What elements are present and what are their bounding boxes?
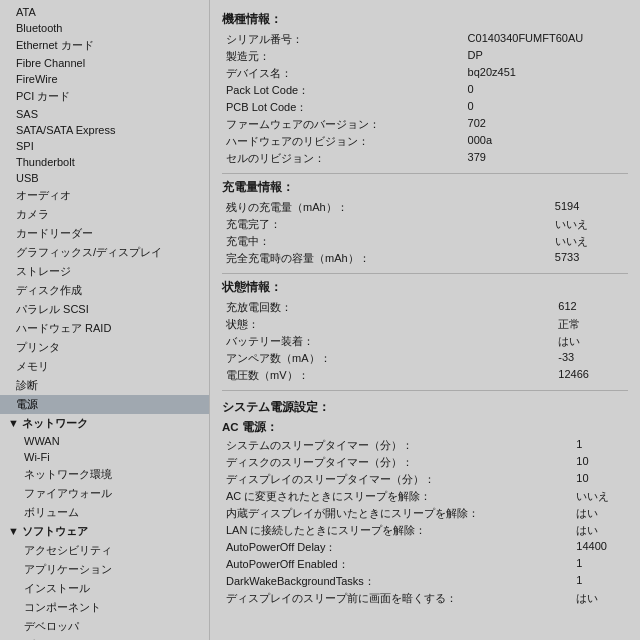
info-label: Pack Lot Code： [222,82,460,99]
table-row: バッテリー装着：はい [222,333,628,350]
sidebar-item[interactable]: SAS [0,106,209,122]
info-value: はい [568,522,628,539]
info-value: 10 [568,454,628,471]
info-label: ディスプレイのスリープ前に画面を暗くする： [222,590,568,607]
sidebar-item[interactable]: 電源 [0,395,209,414]
app-container: ATABluetoothEthernet カードFibre ChannelFir… [0,0,640,640]
info-value: 000a [460,133,628,150]
table-row: AutoPowerOff Delay：14400 [222,539,628,556]
info-value: いいえ [547,233,628,250]
info-value: 379 [460,150,628,167]
sidebar-item[interactable]: コンポーネント [0,598,209,617]
sidebar-item[interactable]: SPI [0,138,209,154]
info-label: ディスクのスリープタイマー（分）： [222,454,568,471]
info-label: 電圧数（mV）： [222,367,550,384]
info-value: はい [550,333,628,350]
sidebar-item[interactable]: Ethernet カード [0,36,209,55]
info-value: いいえ [547,216,628,233]
sidebar-item[interactable]: アプリケーション [0,560,209,579]
table-row: 充電中：いいえ [222,233,628,250]
info-value: C0140340FUMFT60AU [460,31,628,48]
sidebar-item[interactable]: ▼ ネットワーク [0,414,209,433]
info-value: 1 [568,556,628,573]
sidebar-item[interactable]: カメラ [0,205,209,224]
status-info-title: 状態情報： [222,280,628,295]
info-label: ハードウェアのリビジョン： [222,133,460,150]
sidebar-item[interactable]: ▼ ソフトウェア [0,522,209,541]
system-power-title: システム電源設定： [222,399,628,416]
table-row: 充電完了：いいえ [222,216,628,233]
info-label: 完全充電時の容量（mAh）： [222,250,547,267]
info-value: -33 [550,350,628,367]
charge-info-table: 残りの充電量（mAh）：5194充電完了：いいえ充電中：いいえ完全充電時の容量（… [222,199,628,267]
sidebar-item[interactable]: Wi-Fi [0,449,209,465]
info-label: バッテリー装着： [222,333,550,350]
sidebar-item[interactable]: FireWire [0,71,209,87]
table-row: DarkWakeBackgroundTasks：1 [222,573,628,590]
table-row: ディスプレイのスリープタイマー（分）：10 [222,471,628,488]
table-row: 完全充電時の容量（mAh）：5733 [222,250,628,267]
table-row: 充放電回数：612 [222,299,628,316]
sidebar-item[interactable]: カードリーダー [0,224,209,243]
info-value: 1 [568,437,628,454]
device-info-title: 機種情報： [222,12,628,27]
table-row: ディスクのスリープタイマー（分）：10 [222,454,628,471]
info-label: AutoPowerOff Enabled： [222,556,568,573]
info-label: 充電完了： [222,216,547,233]
sidebar-item[interactable]: ATA [0,4,209,20]
table-row: セルのリビジョン：379 [222,150,628,167]
sidebar-item[interactable]: Thunderbolt [0,154,209,170]
sidebar-item[interactable]: ディスク作成 [0,281,209,300]
table-row: AC に変更されたときにスリープを解除：いいえ [222,488,628,505]
info-label: セルのリビジョン： [222,150,460,167]
sidebar-item[interactable]: ハードウェア RAID [0,319,209,338]
sidebar[interactable]: ATABluetoothEthernet カードFibre ChannelFir… [0,0,210,640]
info-value: 10 [568,471,628,488]
sidebar-item[interactable]: PCI カード [0,87,209,106]
sidebar-item[interactable]: デベロッパ [0,617,209,636]
info-value: 612 [550,299,628,316]
sidebar-item[interactable]: ネットワーク環境 [0,465,209,484]
info-value: 正常 [550,316,628,333]
table-row: LAN に接続したときにスリープを解除：はい [222,522,628,539]
table-row: アンペア数（mA）：-33 [222,350,628,367]
sidebar-item[interactable]: Fibre Channel [0,55,209,71]
table-row: 製造元：DP [222,48,628,65]
sidebar-item[interactable]: SATA/SATA Express [0,122,209,138]
info-label: ファームウェアのバージョン： [222,116,460,133]
table-row: 状態：正常 [222,316,628,333]
info-label: 充放電回数： [222,299,550,316]
sidebar-item[interactable]: ストレージ [0,262,209,281]
info-label: AutoPowerOff Delay： [222,539,568,556]
sidebar-item[interactable]: Bluetooth [0,20,209,36]
main-content: 機種情報： シリアル番号：C0140340FUMFT60AU製造元：DPデバイス… [210,0,640,640]
sidebar-item[interactable]: ファイアウォール [0,484,209,503]
info-value: DP [460,48,628,65]
sidebar-item[interactable]: パラレル SCSI [0,300,209,319]
device-info-table: シリアル番号：C0140340FUMFT60AU製造元：DPデバイス名：bq20… [222,31,628,167]
info-value: いいえ [568,488,628,505]
sidebar-item[interactable]: プリンタ [0,338,209,357]
sidebar-item[interactable]: プリンタソフトウェア [0,636,209,640]
ac-power-title: AC 電源： [222,420,628,435]
info-label: AC に変更されたときにスリープを解除： [222,488,568,505]
sidebar-item[interactable]: メモリ [0,357,209,376]
table-row: ディスプレイのスリープ前に画面を暗くする：はい [222,590,628,607]
info-label: アンペア数（mA）： [222,350,550,367]
sidebar-item[interactable]: オーディオ [0,186,209,205]
table-row: 電圧数（mV）：12466 [222,367,628,384]
sidebar-item[interactable]: グラフィックス/ディスプレイ [0,243,209,262]
sidebar-item[interactable]: 診断 [0,376,209,395]
sidebar-item[interactable]: アクセシビリティ [0,541,209,560]
status-info-table: 充放電回数：612状態：正常バッテリー装着：はいアンペア数（mA）：-33電圧数… [222,299,628,384]
info-value: 5733 [547,250,628,267]
info-value: bq20z451 [460,65,628,82]
info-label: LAN に接続したときにスリープを解除： [222,522,568,539]
sidebar-item[interactable]: インストール [0,579,209,598]
info-value: 0 [460,82,628,99]
info-value: はい [568,505,628,522]
info-value: 5194 [547,199,628,216]
sidebar-item[interactable]: WWAN [0,433,209,449]
sidebar-item[interactable]: USB [0,170,209,186]
sidebar-item[interactable]: ボリューム [0,503,209,522]
